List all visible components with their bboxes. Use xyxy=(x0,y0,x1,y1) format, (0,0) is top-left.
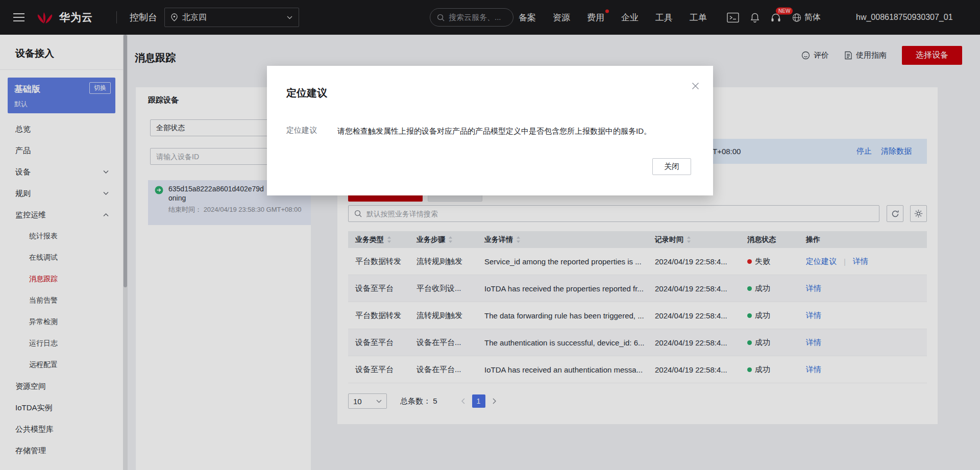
close-button[interactable]: 关闭 xyxy=(652,158,691,175)
dialog-title: 定位建议 xyxy=(286,86,327,100)
close-icon[interactable] xyxy=(688,78,703,93)
locating-suggestion-dialog: 定位建议 定位建议 请您检查触发属性上报的设备对应产品的产品模型定义中是否包含您… xyxy=(267,66,713,195)
dialog-message: 请您检查触发属性上报的设备对应产品的产品模型定义中是否包含您所上报数据中的服务I… xyxy=(337,126,693,137)
dialog-field-label: 定位建议 xyxy=(286,126,317,135)
